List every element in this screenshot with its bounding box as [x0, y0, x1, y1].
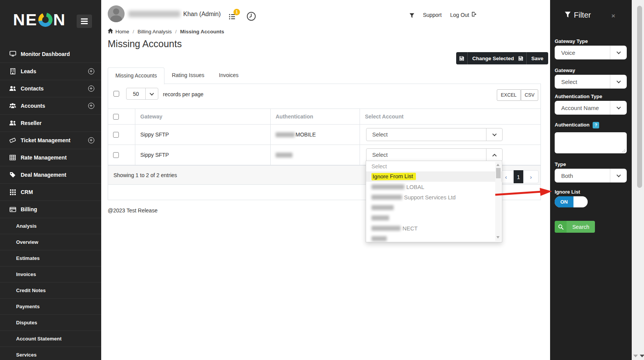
sidebar-item-rate-management[interactable]: Rate Management: [0, 149, 101, 166]
building-icon: [9, 68, 16, 75]
scrollbar-thumb[interactable]: [637, 6, 642, 188]
sidebar-subitem-label: Payments: [16, 304, 39, 309]
authentication-textarea[interactable]: [555, 132, 627, 153]
option-suffix: LOBAL: [406, 184, 424, 190]
sidebar-item-ticket-management[interactable]: Ticket Management: [0, 132, 101, 149]
showing-entries-info: Showing 1 to 2 of 2 entries: [113, 172, 177, 178]
support-link[interactable]: Support: [423, 12, 442, 18]
sidebar-item-reseller[interactable]: Reseller: [0, 114, 101, 132]
sidebar-subitem-disputes[interactable]: Disputes: [0, 314, 101, 330]
avatar[interactable]: [108, 5, 125, 22]
dropdown-option-redacted[interactable]: LOBAL: [366, 182, 502, 192]
tab-invoices[interactable]: Invoices: [212, 67, 246, 84]
app-window: NE N Monitor Dashboard Leads: [0, 0, 644, 360]
sidebar-subitem-overview[interactable]: Overview: [0, 234, 101, 250]
select-all-checkbox[interactable]: [113, 114, 119, 120]
sidebar-item-contacts[interactable]: Contacts: [0, 80, 101, 97]
dropdown-option-redacted[interactable]: [366, 202, 502, 213]
close-icon[interactable]: ×: [611, 12, 615, 20]
history-clock-icon[interactable]: [246, 12, 256, 21]
toggle-on-label: ON: [555, 196, 573, 207]
pagination-page-1[interactable]: 1: [514, 170, 523, 183]
sidebar-subitem-services[interactable]: Services: [0, 347, 101, 360]
dropdown-option-redacted[interactable]: [366, 213, 502, 223]
ignore-list-toggle[interactable]: ON: [555, 196, 588, 207]
save-disk-icon: [456, 52, 468, 64]
dropdown-option-ignore-from-list[interactable]: Ignore From List: [366, 171, 502, 182]
table-row: Sippy SFTP MOBILE Select: [108, 125, 540, 145]
dropdown-scrollbar[interactable]: [495, 162, 501, 241]
gateway-value: Select: [555, 75, 610, 89]
csv-export-button[interactable]: CSV: [521, 89, 538, 101]
scroll-up-arrow-icon[interactable]: [496, 164, 499, 166]
scroll-corner-arrow-icon[interactable]: [633, 355, 638, 357]
expand-plus-icon[interactable]: [88, 137, 94, 143]
monitor-icon: [9, 51, 16, 58]
chevron-down-icon: [610, 75, 627, 89]
row-checkbox[interactable]: [113, 152, 119, 158]
sidebar-item-deal-management[interactable]: Deal Management: [0, 166, 101, 183]
sidebar-item-crm[interactable]: CRM: [0, 183, 101, 201]
sidebar-item-label: Rate Management: [21, 155, 67, 161]
page-scrollbar[interactable]: [632, 0, 644, 360]
expand-plus-icon[interactable]: [88, 85, 94, 92]
sidebar-subitem-estimates[interactable]: Estimates: [0, 250, 101, 266]
scroll-down-arrow-icon[interactable]: [496, 236, 499, 238]
dropdown-option-redacted[interactable]: [366, 233, 502, 242]
sidebar-item-leads[interactable]: Leads: [0, 62, 101, 80]
tab-bar: Missing Accounts Rating Issues Invoices: [108, 67, 541, 84]
breadcrumb-billing-analysis[interactable]: Billing Analysis: [138, 29, 172, 35]
sidebar-subitem-account-statement[interactable]: Account Statement: [0, 330, 101, 347]
scroll-corner-arrow-icon[interactable]: [640, 355, 644, 357]
sidebar-subitem-credit-notes[interactable]: Credit Notes: [0, 282, 101, 298]
col-header-gateway[interactable]: Gateway: [135, 109, 271, 124]
tab-rating-issues[interactable]: Rating Issues: [164, 67, 212, 84]
dropdown-option-redacted[interactable]: Support Services Ltd: [366, 192, 502, 202]
dropdown-option-select[interactable]: Select: [366, 161, 502, 171]
save-button[interactable]: Save: [515, 52, 548, 64]
home-icon: [108, 28, 113, 35]
expand-plus-icon[interactable]: [88, 103, 94, 109]
breadcrumb-home[interactable]: Home: [115, 29, 129, 35]
ticket-icon: [9, 137, 16, 144]
sidebar-item-billing[interactable]: Billing: [0, 201, 101, 218]
search-button[interactable]: Search: [555, 221, 595, 233]
page-size-select[interactable]: 50: [126, 88, 158, 100]
sidebar-item-label: Contacts: [21, 85, 44, 92]
logout-link[interactable]: Log Out: [450, 12, 477, 18]
col-header-select-account[interactable]: Select Account: [360, 109, 540, 124]
chevron-down-icon: [610, 169, 627, 182]
account-select-row2-open[interactable]: Select: [366, 148, 503, 161]
pagination-next-button[interactable]: ›: [523, 170, 539, 183]
gateway-type-select[interactable]: Voice: [555, 46, 627, 59]
col-header-authentication[interactable]: Authentication: [271, 109, 360, 124]
sidebar-subitem-payments[interactable]: Payments: [0, 298, 101, 314]
filter-title-text: Filter: [574, 11, 591, 20]
dropdown-option-redacted[interactable]: NECT: [366, 223, 502, 233]
expand-plus-icon[interactable]: [88, 68, 94, 74]
gateway-label: Gateway: [555, 67, 575, 73]
type-value: Both: [555, 169, 610, 182]
change-selected-button[interactable]: Change Selected: [456, 52, 519, 64]
sidebar-subitem-label: Disputes: [16, 320, 37, 325]
filter-funnel-icon[interactable]: [409, 13, 414, 18]
excel-export-button[interactable]: EXCEL: [497, 89, 521, 101]
tab-missing-accounts[interactable]: Missing Accounts: [108, 67, 164, 84]
sidebar-subitem-analysis[interactable]: Analysis: [0, 218, 101, 234]
sidebar-item-monitor-dashboard[interactable]: Monitor Dashboard: [0, 45, 101, 62]
sidebar-subitem-label: Analysis: [16, 223, 36, 229]
scrollbar-thumb[interactable]: [496, 168, 501, 178]
type-select[interactable]: Both: [555, 169, 627, 182]
sidebar-item-accounts[interactable]: Accounts: [0, 97, 101, 114]
change-selected-label: Change Selected: [468, 56, 519, 61]
search-label: Search: [567, 221, 595, 233]
help-badge[interactable]: ?: [593, 122, 599, 128]
sidebar-subitem-invoices[interactable]: Invoices: [0, 266, 101, 282]
row-checkbox[interactable]: [113, 132, 119, 138]
select-all-checkbox-top[interactable]: [113, 91, 119, 97]
authentication-type-select[interactable]: Account Name: [555, 101, 627, 115]
account-select-row1[interactable]: Select: [366, 128, 503, 141]
logout-label: Log Out: [450, 12, 469, 18]
gateway-select[interactable]: Select: [555, 75, 627, 89]
sidebar-toggle-button[interactable]: [77, 15, 92, 28]
